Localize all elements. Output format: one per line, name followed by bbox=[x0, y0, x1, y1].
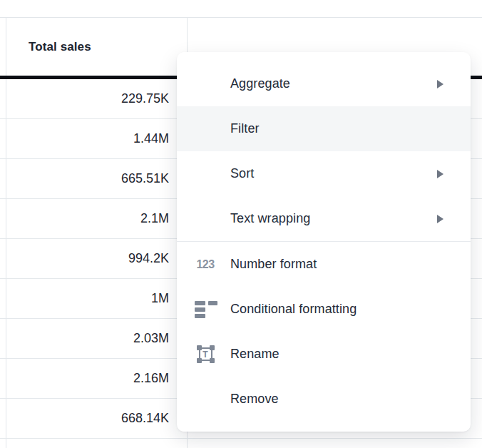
menu-item-remove[interactable]: Remove bbox=[177, 377, 471, 422]
submenu-arrow-icon bbox=[437, 170, 443, 178]
cell-value: 2.1M bbox=[140, 211, 169, 226]
rename-icon: T bbox=[195, 345, 216, 363]
menu-item-rename[interactable]: T Rename bbox=[177, 332, 471, 377]
submenu-arrow-icon bbox=[437, 80, 443, 88]
cell-value: 2.16M bbox=[133, 371, 169, 386]
cell-value: 668.14K bbox=[121, 411, 169, 426]
submenu-arrow-icon bbox=[437, 215, 443, 223]
menu-item-text-wrapping[interactable]: Text wrapping bbox=[177, 196, 471, 241]
cell-value: 994.2K bbox=[128, 251, 169, 266]
menu-item-label: Remove bbox=[230, 392, 443, 407]
menu-item-filter[interactable]: Filter bbox=[177, 106, 471, 151]
menu-item-label: Text wrapping bbox=[230, 211, 437, 226]
number-format-icon-text: 123 bbox=[196, 258, 214, 271]
cell-value: 665.51K bbox=[121, 171, 169, 186]
menu-item-label: Conditional formatting bbox=[230, 302, 443, 317]
menu-item-number-format[interactable]: 123 Number format bbox=[177, 242, 471, 287]
conditional-formatting-icon bbox=[195, 301, 216, 318]
column-header-label: Total sales bbox=[29, 40, 91, 54]
column-header-total-sales[interactable]: Total sales bbox=[6, 18, 187, 76]
menu-item-sort[interactable]: Sort bbox=[177, 151, 471, 196]
menu-item-label: Sort bbox=[230, 166, 437, 181]
cell-value: 2.03M bbox=[133, 331, 169, 346]
rename-icon-text: T bbox=[197, 345, 215, 363]
column-context-menu: Aggregate Filter Sort Text wrapping 123 … bbox=[177, 52, 471, 432]
cell-value: 1.44M bbox=[133, 131, 169, 146]
spreadsheet-canvas: Total sales 229.75K 1.44M 665.51K 2.1M 9… bbox=[0, 0, 482, 448]
menu-item-aggregate[interactable]: Aggregate bbox=[177, 61, 471, 106]
menu-item-label: Number format bbox=[230, 257, 443, 272]
menu-item-label: Aggregate bbox=[230, 76, 437, 91]
number-format-icon: 123 bbox=[195, 258, 216, 271]
cell-value: 229.75K bbox=[121, 91, 169, 106]
menu-item-conditional-formatting[interactable]: Conditional formatting bbox=[177, 287, 471, 332]
cell-value: 1M bbox=[151, 291, 169, 306]
menu-item-label: Filter bbox=[230, 121, 443, 136]
menu-item-label: Rename bbox=[230, 347, 443, 362]
